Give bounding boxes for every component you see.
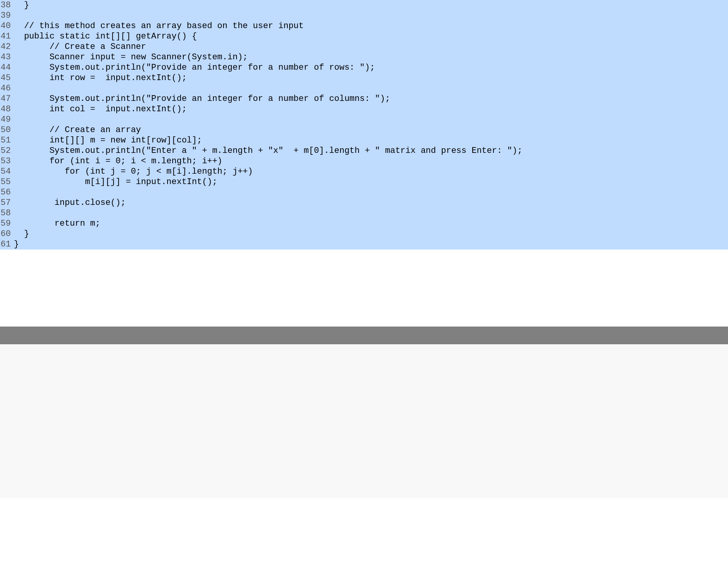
line-number: 49 bbox=[0, 114, 14, 125]
line-number: 43 bbox=[0, 52, 14, 62]
line-content bbox=[14, 208, 728, 218]
code-line[interactable]: 39 bbox=[0, 10, 728, 21]
line-number: 51 bbox=[0, 135, 14, 146]
line-content: int col = input.nextInt(); bbox=[14, 104, 728, 114]
panel-divider-bar[interactable] bbox=[0, 327, 728, 344]
code-line[interactable]: 38 } bbox=[0, 0, 728, 10]
line-content bbox=[14, 114, 728, 125]
code-line[interactable]: 48 int col = input.nextInt(); bbox=[0, 104, 728, 114]
code-line[interactable]: 41 public static int[][] getArray() { bbox=[0, 31, 728, 42]
line-number: 38 bbox=[0, 0, 14, 10]
line-content: Scanner input = new Scanner(System.in); bbox=[14, 52, 728, 62]
line-content: public static int[][] getArray() { bbox=[14, 31, 728, 42]
line-number: 52 bbox=[0, 146, 14, 156]
line-number: 39 bbox=[0, 10, 14, 21]
code-line[interactable]: 46 bbox=[0, 83, 728, 94]
line-content: // this method creates an array based on… bbox=[14, 21, 728, 31]
code-line[interactable]: 43 Scanner input = new Scanner(System.in… bbox=[0, 52, 728, 62]
line-number: 44 bbox=[0, 62, 14, 73]
line-content: input.close(); bbox=[14, 198, 728, 208]
code-line[interactable]: 49 bbox=[0, 114, 728, 125]
line-number: 56 bbox=[0, 187, 14, 198]
code-line[interactable]: 47 System.out.println("Provide an intege… bbox=[0, 94, 728, 104]
code-line[interactable]: 61 } bbox=[0, 239, 728, 250]
code-line[interactable]: 55 m[i][j] = input.nextInt(); bbox=[0, 177, 728, 187]
line-number: 40 bbox=[0, 21, 14, 31]
code-line[interactable]: 42 // Create a Scanner bbox=[0, 42, 728, 52]
line-content bbox=[14, 10, 728, 21]
code-line[interactable]: 60 } bbox=[0, 229, 728, 239]
line-number: 57 bbox=[0, 198, 14, 208]
line-content: for (int i = 0; i < m.length; i++) bbox=[14, 156, 728, 166]
code-line[interactable]: 58 bbox=[0, 208, 728, 218]
line-number: 61 bbox=[0, 239, 14, 250]
line-content: } bbox=[14, 229, 728, 239]
code-line[interactable]: 40 // this method creates an array based… bbox=[0, 21, 728, 31]
code-editor[interactable]: 38 } 39 40 // this method creates an arr… bbox=[0, 0, 728, 250]
line-number: 53 bbox=[0, 156, 14, 166]
line-number: 54 bbox=[0, 166, 14, 177]
code-line[interactable]: 54 for (int j = 0; j < m[i].length; j++) bbox=[0, 166, 728, 177]
line-content: } bbox=[14, 239, 728, 250]
line-number: 47 bbox=[0, 94, 14, 104]
line-number: 50 bbox=[0, 125, 14, 135]
bottom-panel bbox=[0, 344, 728, 498]
line-number: 55 bbox=[0, 177, 14, 187]
line-number: 45 bbox=[0, 73, 14, 83]
line-content: for (int j = 0; j < m[i].length; j++) bbox=[14, 166, 728, 177]
line-content: // Create a Scanner bbox=[14, 42, 728, 52]
code-line[interactable]: 53 for (int i = 0; i < m.length; i++) bbox=[0, 156, 728, 166]
line-number: 48 bbox=[0, 104, 14, 114]
line-content: int row = input.nextInt(); bbox=[14, 73, 728, 83]
line-content bbox=[14, 187, 728, 198]
line-number: 46 bbox=[0, 83, 14, 94]
line-content: m[i][j] = input.nextInt(); bbox=[14, 177, 728, 187]
line-content bbox=[14, 83, 728, 94]
code-line[interactable]: 51 int[][] m = new int[row][col]; bbox=[0, 135, 728, 146]
code-line[interactable]: 44 System.out.println("Provide an intege… bbox=[0, 62, 728, 73]
line-content: System.out.println("Provide an integer f… bbox=[14, 62, 728, 73]
line-content: // Create an array bbox=[14, 125, 728, 135]
code-line[interactable]: 52 System.out.println("Enter a " + m.len… bbox=[0, 146, 728, 156]
line-content: } bbox=[14, 0, 728, 10]
line-number: 58 bbox=[0, 208, 14, 218]
line-number: 42 bbox=[0, 42, 14, 52]
line-content: System.out.println("Provide an integer f… bbox=[14, 94, 728, 104]
code-line[interactable]: 57 input.close(); bbox=[0, 198, 728, 208]
line-content: return m; bbox=[14, 218, 728, 229]
code-line[interactable]: 50 // Create an array bbox=[0, 125, 728, 135]
editor-blank-area bbox=[0, 250, 728, 327]
code-line[interactable]: 56 bbox=[0, 187, 728, 198]
line-content: System.out.println("Enter a " + m.length… bbox=[14, 146, 728, 156]
line-content: int[][] m = new int[row][col]; bbox=[14, 135, 728, 146]
code-line[interactable]: 45 int row = input.nextInt(); bbox=[0, 73, 728, 83]
code-line[interactable]: 59 return m; bbox=[0, 218, 728, 229]
line-number: 59 bbox=[0, 218, 14, 229]
line-number: 60 bbox=[0, 229, 14, 239]
line-number: 41 bbox=[0, 31, 14, 42]
